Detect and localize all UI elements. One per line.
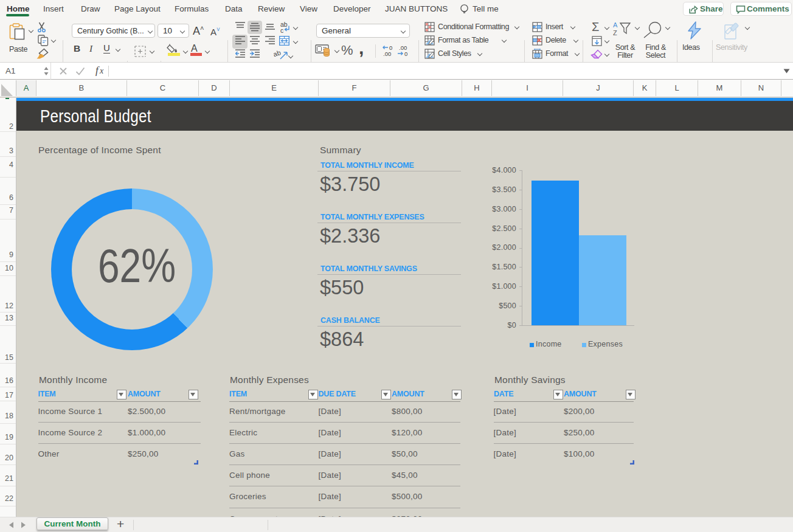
svg-text:Z: Z <box>613 29 617 36</box>
svg-text:A: A <box>613 21 618 29</box>
svg-text:c: c <box>280 27 283 33</box>
svg-text:ab: ab <box>274 49 282 58</box>
svg-text:.00: .00 <box>383 50 391 57</box>
svg-text:0: 0 <box>404 50 407 57</box>
